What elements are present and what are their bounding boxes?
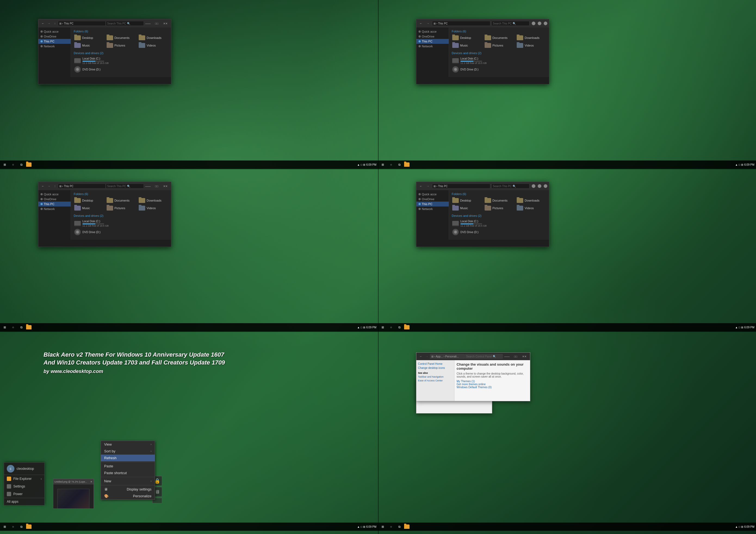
- maximize-ml[interactable]: □: [152, 183, 161, 189]
- task-view-ml[interactable]: ⧉: [18, 324, 25, 331]
- taskbar-folder-tl[interactable]: [26, 162, 32, 167]
- search-bar-tr[interactable]: Search This PC 🔍: [491, 21, 529, 26]
- folder-pics-mr[interactable]: Pictures: [483, 205, 515, 211]
- taskbar-folder-ml[interactable]: [26, 325, 32, 329]
- sidebar-quick-ml[interactable]: Quick acce: [38, 192, 71, 197]
- minimize-tr[interactable]: [532, 21, 535, 25]
- start-button-bl[interactable]: ⊞: [1, 523, 9, 530]
- close-tl[interactable]: ✕: [161, 21, 170, 26]
- search-bar-tl[interactable]: Search This PC 🔍: [106, 21, 144, 26]
- start-button-tl[interactable]: ⊞: [1, 161, 9, 168]
- ctx-view[interactable]: View ›: [101, 441, 155, 448]
- taskbar-folder-bl[interactable]: [26, 524, 32, 529]
- task-view-tl[interactable]: ⧉: [18, 161, 25, 168]
- ctrl-home-link[interactable]: Control Panel Home: [418, 362, 452, 366]
- ctrl-default-themes-link[interactable]: Windows Default Themes (0): [457, 386, 528, 389]
- search-bar-mr[interactable]: Search This PC 🔍: [491, 183, 529, 188]
- start-button-mr[interactable]: ⊞: [379, 324, 387, 331]
- folder-desktop-mr[interactable]: Desktop: [451, 197, 482, 204]
- address-bar-ml[interactable]: ⊞ › This PC: [58, 183, 106, 188]
- cortana-br[interactable]: ○: [387, 523, 395, 530]
- start-button-tr[interactable]: ⊞: [379, 161, 387, 168]
- sidebar-thispc-ml[interactable]: This PC: [38, 202, 71, 207]
- address-bar-tr[interactable]: ⊞ › This PC: [432, 21, 490, 26]
- taskbar-folder-mr[interactable]: [404, 325, 410, 329]
- folder-vids-mr[interactable]: Videos: [516, 205, 547, 211]
- drive-c-ml[interactable]: Local Disk (C:) 11.1 GB free of 19.5 GB: [73, 219, 169, 228]
- folder-pictures-tl[interactable]: Pictures: [105, 42, 137, 49]
- folder-downloads-tr[interactable]: Downloads: [516, 35, 547, 41]
- folder-music-ml[interactable]: Music: [73, 205, 104, 211]
- close-ml[interactable]: ✕: [161, 183, 170, 189]
- maximize-cp[interactable]: □: [512, 354, 520, 359]
- sidebar-onedrive-tr[interactable]: OneDrive: [416, 34, 449, 39]
- start-power[interactable]: Power: [4, 490, 44, 498]
- nav-back-tl[interactable]: ←: [40, 20, 46, 26]
- ctx-refresh[interactable]: Refresh: [101, 455, 155, 462]
- ctrl-ease-link[interactable]: Ease of Access Center: [418, 379, 452, 382]
- close-cp[interactable]: ✕: [520, 354, 528, 359]
- taskbar-folder-tr[interactable]: [404, 162, 410, 167]
- close-mr[interactable]: [544, 184, 548, 188]
- drive-d-mr[interactable]: DVD Drive (D:): [451, 228, 547, 236]
- start-settings[interactable]: Settings: [4, 483, 44, 490]
- minimize-mr[interactable]: [532, 184, 535, 188]
- taskbar-folder-br[interactable]: [404, 524, 410, 529]
- drive-c-tr[interactable]: Local Disk (C:) 11.1 GB free of 19.5 GB: [451, 56, 547, 65]
- sidebar-quick-mr[interactable]: Quick acce: [416, 192, 449, 197]
- ctrl-my-themes-link[interactable]: My Themes (1): [457, 380, 528, 383]
- minimize-cp[interactable]: —: [503, 354, 511, 359]
- ctx-display-settings[interactable]: 🖥 Display settings: [101, 486, 155, 492]
- folder-docs-ml[interactable]: Documents: [105, 197, 137, 204]
- ctx-sort-by[interactable]: Sort by ›: [101, 448, 155, 455]
- ctx-paste[interactable]: Paste: [101, 463, 155, 469]
- task-view-bl[interactable]: ⧉: [18, 523, 25, 530]
- nav-forward-tl[interactable]: →: [46, 20, 52, 26]
- sidebar-network-mr[interactable]: Network: [416, 207, 449, 211]
- maximize-mr[interactable]: [538, 184, 541, 188]
- start-all-apps[interactable]: All apps: [4, 498, 44, 505]
- folder-music-tr[interactable]: Music: [451, 42, 482, 49]
- nav-up-tl[interactable]: ↑: [52, 20, 58, 26]
- folder-docs-mr[interactable]: Documents: [483, 197, 515, 204]
- folder-desktop-tr[interactable]: Desktop: [451, 35, 482, 41]
- ctrl-desktop-icons-link[interactable]: Change desktop icons: [418, 366, 452, 370]
- cortana-ml[interactable]: ○: [9, 324, 17, 331]
- cortana-bl[interactable]: ○: [9, 523, 17, 530]
- search-bar-cp[interactable]: Search Control Panel 🔍: [465, 354, 503, 359]
- drive-c-tl[interactable]: Local Disk (C:) 11.1 GB free of 19.5 GB: [73, 56, 169, 65]
- nav-back-mr[interactable]: ←: [418, 183, 424, 189]
- folder-vids-ml[interactable]: Videos: [138, 205, 169, 211]
- sidebar-network-ml[interactable]: Network: [38, 207, 71, 211]
- address-bar-tl[interactable]: ⊞ › This PC: [58, 21, 106, 26]
- nav-back-cp[interactable]: ←: [418, 353, 424, 359]
- folder-documents-tr[interactable]: Documents: [483, 35, 515, 41]
- nav-forward-cp[interactable]: →: [424, 353, 430, 359]
- ctrl-taskbar-link[interactable]: Taskbar and Navigation: [418, 375, 452, 379]
- task-view-mr[interactable]: ⧉: [396, 324, 403, 331]
- folder-dl-ml[interactable]: Downloads: [138, 197, 169, 204]
- minimize-ml[interactable]: —: [144, 183, 152, 189]
- nav-forward-mr[interactable]: →: [425, 183, 431, 189]
- ctrl-more-themes-link[interactable]: Get more themes online: [457, 383, 528, 386]
- folder-videos-tr[interactable]: Videos: [516, 42, 547, 49]
- start-button-br[interactable]: ⊞: [379, 523, 387, 530]
- folder-music-mr[interactable]: Music: [451, 205, 482, 211]
- search-bar-ml[interactable]: Search This PC 🔍: [106, 183, 144, 188]
- task-view-br[interactable]: ⧉: [396, 523, 403, 530]
- address-bar-mr[interactable]: ⊞ › This PC: [432, 183, 490, 188]
- nav-back-ml[interactable]: ←: [40, 183, 46, 189]
- drive-d-ml[interactable]: DVD Drive (D:): [73, 228, 169, 236]
- nav-up-ml[interactable]: ↑: [52, 183, 58, 189]
- close-tr[interactable]: [544, 21, 548, 25]
- folder-pics-ml[interactable]: Pictures: [105, 205, 137, 211]
- folder-desktop-tl[interactable]: Desktop: [73, 35, 104, 41]
- folder-downloads-tl[interactable]: Downloads: [138, 35, 169, 41]
- ctx-new[interactable]: New ›: [101, 478, 155, 485]
- folder-pictures-tr[interactable]: Pictures: [483, 42, 515, 49]
- sidebar-onedrive-mr[interactable]: OneDrive: [416, 197, 449, 202]
- sidebar-thispc-tl[interactable]: This PC: [38, 39, 71, 44]
- cortana-mr[interactable]: ○: [387, 324, 395, 331]
- sidebar-network-tl[interactable]: Network: [38, 44, 71, 49]
- drive-c-mr[interactable]: Local Disk (C:) 11.1 GB free of 19.5 GB: [451, 219, 547, 228]
